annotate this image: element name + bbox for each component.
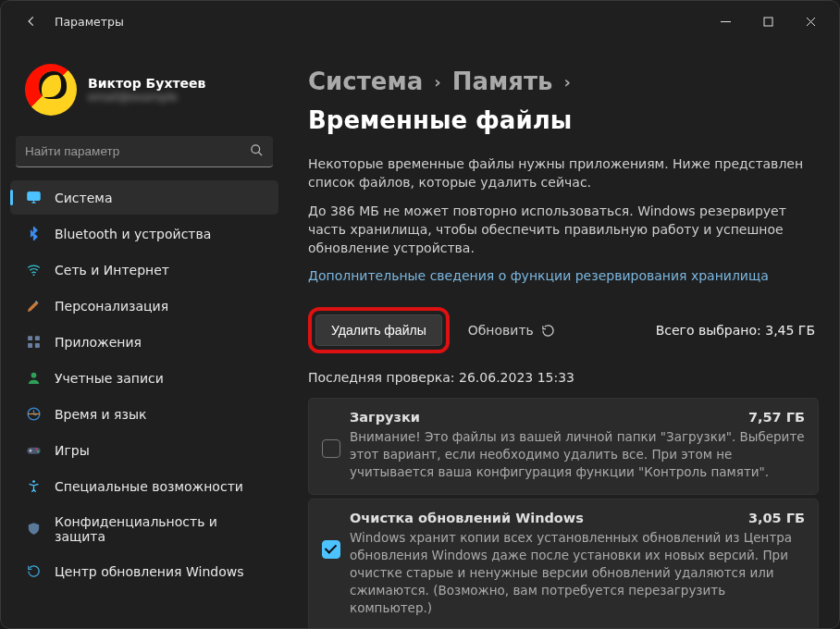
accessibility-icon [25, 478, 42, 495]
close-button[interactable] [789, 6, 832, 36]
sidebar-item-label: Bluetooth и устройства [55, 227, 211, 241]
svg-point-12 [35, 449, 37, 450]
breadcrumb-system[interactable]: Система [308, 68, 423, 95]
sidebar-item-label: Персонализация [55, 299, 168, 314]
temp-files-list: Загрузки 7,57 ГБ Внимание! Это файлы из … [308, 398, 819, 628]
delete-files-button[interactable]: Удалить файлы [315, 314, 442, 346]
apps-icon [25, 334, 42, 351]
main-content: Система › Память › Временные файлы Некот… [288, 42, 839, 628]
gaming-icon [25, 442, 42, 459]
sidebar-item-personalization[interactable]: Персонализация [10, 289, 278, 323]
item-title: Очистка обновлений Windows [350, 511, 584, 525]
temp-file-item: Загрузки 7,57 ГБ Внимание! Это файлы из … [308, 398, 819, 495]
total-label: Всего выбрано: [656, 323, 761, 338]
nav-list: Система Bluetooth и устройства Сеть и Ин… [10, 180, 278, 628]
personalization-icon [25, 298, 42, 314]
sidebar-item-label: Центр обновления Windows [55, 564, 243, 579]
system-icon [25, 190, 42, 206]
sidebar-item-label: Сеть и Интернет [55, 263, 169, 278]
svg-point-9 [31, 373, 36, 378]
sidebar-item-system[interactable]: Система [10, 180, 278, 215]
sidebar-item-bluetooth[interactable]: Bluetooth и устройства [10, 216, 278, 251]
timelang-icon [25, 406, 42, 423]
svg-rect-7 [28, 343, 32, 348]
update-icon [25, 563, 42, 580]
breadcrumb-storage[interactable]: Память [452, 68, 553, 95]
item-size: 7,57 ГБ [748, 410, 805, 425]
sidebar-item-update[interactable]: Центр обновления Windows [10, 554, 278, 588]
maximize-button[interactable] [747, 6, 789, 36]
minimize-button[interactable] [704, 6, 747, 36]
sidebar-item-label: Приложения [55, 335, 142, 350]
back-button[interactable] [18, 7, 45, 35]
total-selected: Всего выбрано: 3,45 ГБ [656, 323, 815, 338]
refresh-label: Обновить [468, 323, 534, 338]
sidebar-item-accounts[interactable]: Учетные записи [10, 361, 278, 395]
item-size: 3,05 ГБ [748, 511, 805, 525]
user-email: email@example [88, 91, 205, 104]
refresh-button[interactable]: Обновить [468, 323, 555, 338]
item-title: Загрузки [350, 410, 420, 425]
svg-point-1 [252, 144, 260, 153]
sidebar-item-label: Время и язык [55, 407, 146, 422]
item-checkbox[interactable] [322, 540, 340, 559]
last-check-label: Последняя проверка: [308, 370, 455, 385]
network-icon [25, 262, 42, 278]
window-title: Параметры [55, 15, 704, 29]
svg-point-4 [32, 274, 34, 276]
svg-rect-5 [28, 336, 32, 340]
accounts-icon [25, 370, 42, 387]
avatar [25, 64, 77, 116]
search-box[interactable] [16, 136, 273, 167]
last-check: Последняя проверка: 26.06.2023 15:33 [308, 370, 819, 385]
svg-point-14 [32, 480, 35, 483]
svg-rect-6 [34, 336, 39, 340]
svg-rect-8 [34, 343, 39, 348]
sidebar-item-label: Игры [55, 443, 90, 458]
description-text: Некоторые временные файлы нужны приложен… [308, 154, 819, 192]
svg-point-13 [37, 450, 39, 452]
chevron-right-icon: › [563, 72, 570, 92]
annotation-highlight: Удалить файлы [308, 307, 450, 353]
titlebar: Параметры [1, 1, 839, 42]
user-block[interactable]: Виктор Бухтеев email@example [10, 53, 278, 132]
chevron-right-icon: › [434, 72, 440, 92]
item-checkbox[interactable] [322, 439, 340, 458]
action-row: Удалить файлы Обновить Всего выбрано: 3,… [308, 307, 819, 353]
breadcrumb-current: Временные файлы [308, 106, 572, 134]
sidebar-item-network[interactable]: Сеть и Интернет [10, 253, 278, 287]
user-name: Виктор Бухтеев [88, 76, 205, 91]
learn-more-link[interactable]: Дополнительные сведения о функции резерв… [308, 268, 769, 283]
sidebar-item-label: Специальные возможности [55, 479, 243, 494]
search-icon [250, 143, 264, 160]
breadcrumb: Система › Память › Временные файлы [308, 68, 819, 134]
svg-rect-0 [764, 18, 772, 26]
temp-file-item: Очистка обновлений Windows 3,05 ГБ Windo… [308, 499, 819, 628]
total-value: 3,45 ГБ [765, 323, 815, 338]
sidebar-item-label: Конфиденциальность и защита [55, 514, 267, 544]
sidebar-item-label: Система [55, 191, 112, 205]
sidebar-item-accessibility[interactable]: Специальные возможности [10, 469, 278, 503]
privacy-icon [25, 521, 42, 537]
svg-rect-2 [28, 192, 40, 201]
item-description: Windows хранит копии всех установленных … [350, 529, 805, 616]
search-input[interactable] [25, 144, 250, 158]
sidebar-item-apps[interactable]: Приложения [10, 325, 278, 359]
item-description: Внимание! Это файлы из вашей личной папк… [350, 428, 805, 481]
refresh-icon [541, 324, 555, 338]
sidebar-item-label: Учетные записи [55, 371, 164, 386]
last-check-value: 26.06.2023 15:33 [459, 370, 574, 385]
description-text-2: До 386 МБ не может повторно использовать… [308, 202, 819, 258]
bluetooth-icon [25, 226, 42, 242]
sidebar: Виктор Бухтеев email@example Система Blu… [1, 42, 288, 628]
sidebar-item-privacy[interactable]: Конфиденциальность и защита [10, 505, 278, 552]
sidebar-item-timelang[interactable]: Время и язык [10, 397, 278, 431]
sidebar-item-gaming[interactable]: Игры [10, 433, 278, 467]
